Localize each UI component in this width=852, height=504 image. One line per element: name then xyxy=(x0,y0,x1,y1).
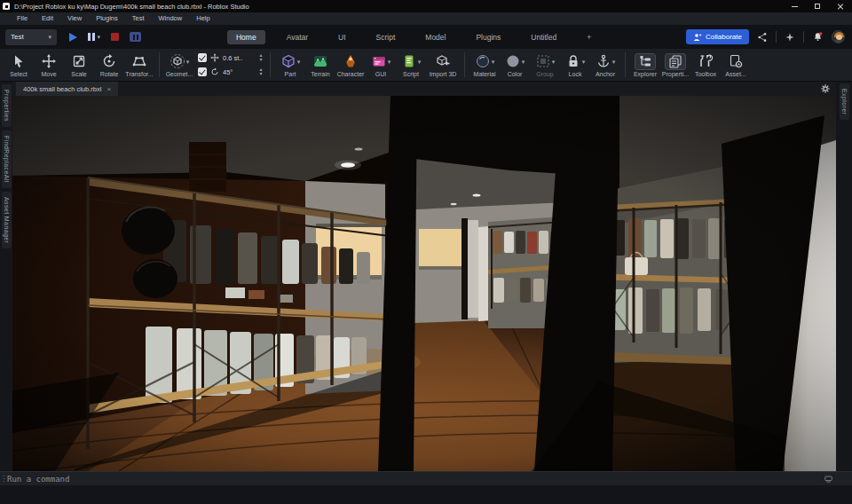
command-bar-drag-handle[interactable]: ⋮ xyxy=(0,475,7,483)
left-dock-strip: Properties FindReplaceAll Asset Manager xyxy=(0,82,12,471)
tab-add[interactable]: + xyxy=(578,30,600,44)
rotate-tool-button[interactable]: Rotate xyxy=(94,53,124,77)
toolbar-separator xyxy=(270,52,271,77)
group-button[interactable]: ▾ Group xyxy=(530,53,560,77)
explorer-panel-button[interactable]: Explorer xyxy=(630,53,660,77)
share-icon[interactable] xyxy=(757,32,768,43)
lock-icon xyxy=(565,53,581,69)
test-mode-dropdown[interactable]: Test ▾ xyxy=(5,29,57,45)
divider xyxy=(776,31,777,43)
scene-3d[interactable] xyxy=(12,96,836,471)
resume-physics-button[interactable] xyxy=(130,32,141,42)
scale-icon xyxy=(71,53,87,69)
toolbox-panel-button[interactable]: Toolbox xyxy=(690,53,721,77)
tab-plugins[interactable]: Plugins xyxy=(467,30,509,44)
part-cube-icon xyxy=(280,53,296,69)
dock-tab-properties[interactable]: Properties xyxy=(2,84,12,127)
transform-tool-button[interactable]: Transfor... xyxy=(124,53,154,77)
tab-home[interactable]: Home xyxy=(227,30,265,44)
menu-bar: File Edit View Plugins Test Window Help xyxy=(0,12,852,25)
properties-panel-button[interactable]: Properti... xyxy=(660,53,690,77)
move-snap-checkbox[interactable] xyxy=(198,53,207,62)
command-input[interactable]: Run a command xyxy=(7,475,69,484)
import-3d-button[interactable]: Import 3D xyxy=(426,53,460,77)
lock-button[interactable]: ▾ Lock xyxy=(560,53,590,77)
menu-test[interactable]: Test xyxy=(126,12,151,25)
rotate-snap-value[interactable]: 45° xyxy=(223,68,253,76)
user-avatar[interactable] xyxy=(832,30,845,43)
minimize-icon xyxy=(792,6,798,7)
rotate-snap-icon xyxy=(210,67,219,76)
chevron-down-icon: ▾ xyxy=(582,59,586,65)
move-tool-button[interactable]: Move xyxy=(34,53,64,77)
dock-tab-findreplaceall[interactable]: FindReplaceAll xyxy=(2,130,12,188)
minimize-button[interactable] xyxy=(783,0,806,12)
maximize-button[interactable] xyxy=(806,0,829,12)
move-icon xyxy=(41,53,57,69)
right-dock-strip: Explorer xyxy=(836,82,852,471)
menu-help[interactable]: Help xyxy=(190,12,216,25)
viewport-settings-button[interactable] xyxy=(820,83,831,94)
tab-ui[interactable]: UI xyxy=(329,30,355,44)
toolbox-tools-icon xyxy=(698,53,714,69)
chevron-down-icon: ▾ xyxy=(418,59,422,65)
notifications-bell-icon[interactable] xyxy=(812,31,824,43)
close-button[interactable] xyxy=(829,0,852,12)
roblox-studio-window: D:\Project Roblox ku ky\Map Dugem\400k s… xyxy=(0,0,852,504)
part-button[interactable]: ▾ Part xyxy=(275,53,305,77)
collaborate-button[interactable]: Collaborate xyxy=(686,29,749,44)
viewport-3d[interactable] xyxy=(12,96,836,471)
playback-controls: ▾ xyxy=(69,32,141,42)
window-title: D:\Project Roblox ku ky\Map Dugem\400k s… xyxy=(14,3,783,11)
explorer-tree-icon xyxy=(637,53,653,69)
pause-button[interactable]: ▾ xyxy=(88,33,100,41)
collaborate-person-icon xyxy=(693,33,702,42)
menu-file[interactable]: File xyxy=(11,12,34,25)
ribbon-tabs: Home Avatar UI Script Model Plugins Unti… xyxy=(227,30,600,44)
command-bar-expand-button[interactable] xyxy=(824,476,832,483)
tab-untitled[interactable]: Untitled xyxy=(522,30,565,44)
rotate-snap-stepper[interactable]: ▴ ▾ xyxy=(256,67,265,76)
tab-model[interactable]: Model xyxy=(416,30,454,44)
move-snap-icon xyxy=(210,53,219,62)
chevron-down-icon: ▾ xyxy=(522,59,525,65)
document-tab-close-icon[interactable]: × xyxy=(106,85,111,93)
asset-manager-panel-button[interactable]: Asset... xyxy=(721,53,751,77)
scale-tool-button[interactable]: Scale xyxy=(64,53,94,77)
color-button[interactable]: ▾ Color xyxy=(500,53,530,77)
dock-tab-explorer[interactable]: Explorer xyxy=(840,83,849,120)
move-snap-stepper[interactable]: ▴ ▾ xyxy=(256,53,265,62)
chevron-down-icon: ▾ xyxy=(552,59,556,65)
color-circle-icon xyxy=(505,53,521,69)
assistant-sparkle-icon[interactable] xyxy=(785,32,795,43)
menu-edit[interactable]: Edit xyxy=(36,12,59,25)
character-button[interactable]: Character xyxy=(335,53,366,77)
tab-avatar[interactable]: Avatar xyxy=(278,30,317,44)
tab-script[interactable]: Script xyxy=(367,30,405,44)
status-bar xyxy=(0,485,852,504)
import-3d-icon xyxy=(435,53,451,69)
document-tab[interactable]: 400k small beach club.rbxl × xyxy=(16,82,118,96)
home-toolbar: Select Move Scale Rotate Transfor... ▾ G… xyxy=(0,49,852,82)
dock-tab-asset-manager[interactable]: Asset Manager xyxy=(2,192,12,248)
material-button[interactable]: ▾ Material xyxy=(469,53,500,77)
script-button[interactable]: ▾ Script xyxy=(396,53,426,77)
gui-icon xyxy=(371,53,387,69)
terrain-button[interactable]: Terrain xyxy=(305,53,335,77)
select-tool-button[interactable]: Select xyxy=(4,53,34,77)
move-snap-value[interactable]: 0.6 st.. xyxy=(223,54,253,62)
menu-plugins[interactable]: Plugins xyxy=(90,12,124,25)
anchor-button[interactable]: ▾ Anchor xyxy=(590,53,620,77)
command-bar: ⋮ Run a command xyxy=(0,471,852,485)
rotate-snap-checkbox[interactable] xyxy=(198,67,207,76)
menu-view[interactable]: View xyxy=(61,12,88,25)
geometry-mode-button[interactable]: ▾ Geomet... xyxy=(164,53,194,77)
close-icon xyxy=(837,3,844,10)
play-button[interactable] xyxy=(69,33,77,42)
character-icon xyxy=(343,53,359,69)
menu-window[interactable]: Window xyxy=(153,12,189,25)
select-cursor-icon xyxy=(11,53,27,69)
stop-button[interactable] xyxy=(111,33,119,41)
title-bar: D:\Project Roblox ku ky\Map Dugem\400k s… xyxy=(0,0,852,12)
gui-button[interactable]: ▾ GUI xyxy=(366,53,396,77)
